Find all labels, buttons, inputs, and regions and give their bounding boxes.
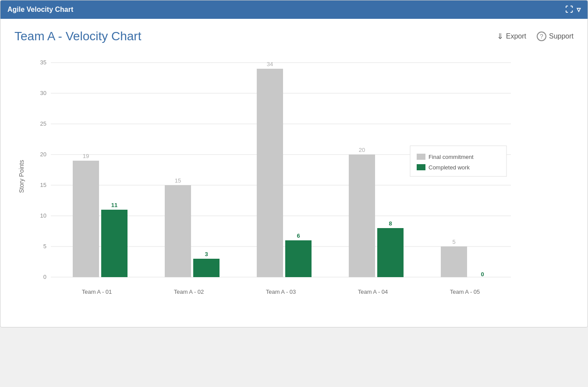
chart-header: Team A - Velocity Chart ⇓ Export ? Suppo… [14, 29, 574, 43]
chart-actions: ⇓ Export ? Support [497, 32, 574, 41]
y-label-10: 10 [40, 212, 46, 219]
x-label-a01: Team A - 01 [82, 288, 112, 295]
x-label-a03: Team A - 03 [266, 288, 296, 295]
y-label-15: 15 [40, 182, 46, 188]
widget-title: Agile Velocity Chart [7, 6, 73, 14]
label-a04-completed: 8 [389, 220, 392, 227]
label-a01-completed: 11 [111, 202, 117, 208]
label-a05-completed: 0 [481, 271, 484, 278]
chart-title: Team A - Velocity Chart [14, 29, 141, 43]
widget-body: Team A - Velocity Chart ⇓ Export ? Suppo… [0, 19, 588, 327]
bar-a03-commitment [257, 69, 283, 277]
x-label-a02: Team A - 02 [174, 288, 204, 295]
y-label-25: 25 [40, 120, 46, 127]
label-a03-commitment: 34 [267, 61, 273, 67]
legend-completed-swatch [417, 164, 425, 170]
label-a02-commitment: 15 [175, 177, 181, 184]
y-label-30: 30 [40, 90, 46, 96]
label-a03-completed: 6 [297, 232, 300, 239]
y-label-35: 35 [40, 59, 46, 66]
widget-header-icons: ⛶ ▿ [565, 5, 581, 14]
x-label-a05: Team A - 05 [450, 288, 480, 295]
collapse-icon[interactable]: ▿ [577, 5, 581, 14]
y-label-0: 0 [43, 274, 46, 280]
bar-a01-completed [101, 210, 128, 277]
legend-completed-label: Completed work [429, 164, 470, 171]
move-icon[interactable]: ⛶ [565, 5, 573, 14]
velocity-chart-svg: 35 30 25 20 15 10 5 [14, 54, 574, 317]
label-a05-commitment: 5 [452, 239, 455, 245]
bar-a04-commitment [349, 155, 375, 277]
export-icon: ⇓ [497, 32, 503, 41]
support-label: Support [549, 32, 574, 40]
y-label-20: 20 [40, 151, 46, 158]
legend-commitment-label: Final commitment [429, 154, 474, 160]
support-button[interactable]: ? Support [537, 32, 574, 41]
widget-container: Agile Velocity Chart ⛶ ▿ Team A - Veloci… [0, 0, 588, 327]
bar-a03-completed [285, 240, 312, 277]
bar-a04-completed [377, 228, 404, 277]
bar-a02-completed [193, 259, 220, 277]
bar-a02-commitment [165, 185, 191, 277]
widget-header: Agile Velocity Chart ⛶ ▿ [0, 0, 588, 19]
x-label-a04: Team A - 04 [358, 288, 388, 295]
chart-container: 35 30 25 20 15 10 5 [14, 54, 574, 317]
support-icon: ? [537, 32, 546, 41]
label-a02-completed: 3 [205, 251, 208, 257]
y-label-5: 5 [43, 243, 46, 250]
legend-box [410, 146, 507, 176]
bar-a05-commitment [441, 246, 467, 277]
export-button[interactable]: ⇓ Export [497, 32, 526, 41]
label-a01-commitment: 19 [83, 153, 89, 159]
export-label: Export [506, 32, 526, 40]
label-a04-commitment: 20 [359, 147, 365, 153]
y-axis-label: Story Points [18, 160, 25, 193]
legend-commitment-swatch [417, 154, 425, 160]
bar-a01-commitment [73, 161, 99, 277]
